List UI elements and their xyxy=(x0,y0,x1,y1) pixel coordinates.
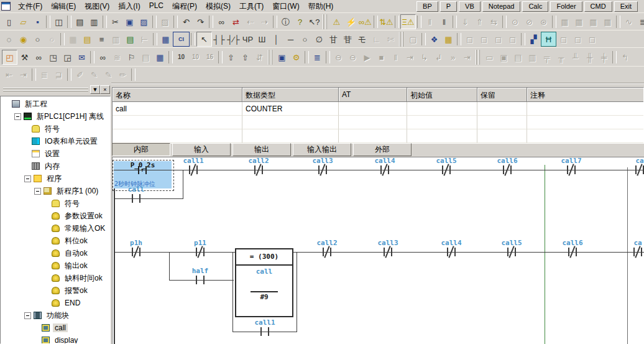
menu-edit[interactable]: 编辑(E) xyxy=(47,0,80,13)
table-cell[interactable] xyxy=(339,116,407,129)
compare-with-plc-icon[interactable]: ⇆ xyxy=(487,15,501,29)
instruction-tool-icon[interactable]: 甘 xyxy=(326,32,341,46)
table-cell[interactable] xyxy=(113,116,242,129)
watch-glass-window-icon[interactable]: ∞ xyxy=(32,50,46,64)
menu-tools[interactable]: 工具(T) xyxy=(235,0,268,13)
menu-simulation[interactable]: 模拟(S) xyxy=(201,0,235,13)
contact-or-no-tool-icon[interactable]: ЧP xyxy=(241,32,255,46)
align-list-icon[interactable]: ≣ xyxy=(37,68,52,81)
tab-external[interactable]: 外部 xyxy=(353,143,412,156)
delete-column-icon[interactable]: ◻ xyxy=(505,32,520,46)
menu-window[interactable]: 窗口(W) xyxy=(268,0,303,13)
save-icon[interactable]: ▪ xyxy=(30,15,45,29)
return-icon[interactable]: ↰ xyxy=(618,50,632,64)
table-cell[interactable]: call xyxy=(113,102,242,116)
table-cell[interactable] xyxy=(339,129,407,143)
paste-icon[interactable]: ▨ xyxy=(137,15,151,29)
edit-style3-icon[interactable]: ✎ xyxy=(101,68,116,81)
launch-exit-button[interactable]: Exit xyxy=(614,1,638,12)
menu-help[interactable]: 帮助(H) xyxy=(304,0,338,13)
horizontal-line-tool-icon[interactable]: ─ xyxy=(283,32,298,46)
replace-icon[interactable]: ⇄ xyxy=(229,15,243,29)
memory-view-icon[interactable]: ▦ xyxy=(600,15,615,29)
table-cell[interactable] xyxy=(113,129,242,143)
address-reference-icon[interactable]: ▞ xyxy=(527,32,541,46)
cut-icon[interactable]: ✂ xyxy=(108,15,122,29)
fb-invoke-tool-icon[interactable]: モ xyxy=(355,32,369,46)
table-cell[interactable] xyxy=(477,116,527,129)
rung-list-icon[interactable]: ≡ xyxy=(94,32,109,46)
table-cell[interactable] xyxy=(477,129,527,143)
table-cell[interactable] xyxy=(407,102,477,116)
table-cell[interactable] xyxy=(339,102,407,116)
step-out-icon[interactable]: ↲ xyxy=(431,50,446,64)
redo-icon[interactable]: ↷ xyxy=(193,15,208,29)
trend-graph-icon[interactable]: ∿ xyxy=(622,15,636,29)
tree-item-section-alarm-ok[interactable]: 报警ok xyxy=(1,284,110,297)
grid-toggle-icon[interactable]: ▦ xyxy=(66,32,80,46)
table-cell[interactable] xyxy=(242,116,339,129)
upload-from-plc-icon[interactable]: ⇑ xyxy=(472,15,487,29)
instruction-fb-tool-icon[interactable]: 苷 xyxy=(341,32,355,46)
panel-dropdown-button[interactable]: ▼ xyxy=(90,85,100,94)
tree-item-program-symbols[interactable]: 符号 xyxy=(1,197,110,210)
launch-p-button[interactable]: P xyxy=(440,1,457,12)
force-off-icon[interactable]: ⊘ xyxy=(522,15,536,29)
io-monitor-icon[interactable]: ▦ xyxy=(558,15,572,29)
table-cell[interactable] xyxy=(407,116,477,129)
differential-monitor-icon[interactable]: ≣ xyxy=(310,50,324,64)
zoom-fit-icon[interactable]: ◌ xyxy=(2,32,16,46)
launch-folder-button[interactable]: Folder xyxy=(550,1,582,12)
menu-insert[interactable]: 插入(I) xyxy=(114,0,144,13)
table-cell[interactable] xyxy=(527,102,644,116)
paste-special-icon[interactable]: ▨ xyxy=(158,15,172,29)
pause-simulation2-icon[interactable]: ‖ xyxy=(389,50,403,64)
resume-simulation-icon[interactable]: ⊖ xyxy=(346,50,360,64)
force-on-icon[interactable]: ⊙ xyxy=(508,15,522,29)
zoom-custom-icon[interactable]: ○ xyxy=(45,32,59,46)
table-cell[interactable] xyxy=(527,129,644,143)
tree-item-section-auto-ok[interactable]: 自动ok xyxy=(1,247,110,259)
transfer-check-icon[interactable]: ⇅⚠ xyxy=(379,15,393,29)
find-icon[interactable]: ∞ xyxy=(214,15,229,29)
set-bit-icon[interactable]: ╨ xyxy=(568,50,582,64)
zoom-out-icon[interactable]: ○ xyxy=(30,32,45,46)
tree-view-icon[interactable]: ⊢ xyxy=(137,32,152,46)
tree-item-section-input-ok[interactable]: 常规输入OK xyxy=(1,222,110,235)
delete-rung-icon[interactable]: ◻ xyxy=(491,32,505,46)
tree-item-section-end[interactable]: END xyxy=(1,297,110,309)
tree-item-fb-call[interactable]: call xyxy=(1,322,110,334)
program-transfer-icon[interactable]: ▢ xyxy=(406,32,420,46)
continuous-step-icon[interactable]: » xyxy=(446,50,460,64)
step-run-icon[interactable]: ⇥ xyxy=(403,50,417,64)
launch-cmd-button[interactable]: CMD xyxy=(584,1,612,12)
insert-rung-above-icon[interactable]: ◻ xyxy=(462,32,477,46)
tree-item-plc1-offline[interactable]: 新PLC1[CP1H] 离线 xyxy=(1,110,110,123)
contact-nc-tool-icon[interactable]: ┤∕├ xyxy=(226,32,241,46)
table-cell[interactable] xyxy=(527,116,644,129)
align-top-icon[interactable]: ⊒ xyxy=(52,68,66,81)
cross-reference-icon[interactable]: Ħ xyxy=(541,32,556,47)
tree-item-symbols[interactable]: 符号 xyxy=(1,123,110,135)
insert-rung-below-icon[interactable]: ◻ xyxy=(477,32,491,46)
menu-program[interactable]: 编程(P) xyxy=(168,0,201,13)
tree-item-section-output-ok[interactable]: 输出ok xyxy=(1,259,110,272)
find-previous-icon[interactable]: ⇠ xyxy=(243,15,257,29)
watch-tab1-icon[interactable]: ◻ xyxy=(556,32,571,46)
stop-simulation-icon[interactable]: ■ xyxy=(374,50,389,64)
time-chart-icon[interactable]: ≣ xyxy=(636,15,644,29)
keep-bit-icon[interactable]: ╪ xyxy=(597,50,611,64)
tree-expander[interactable] xyxy=(24,312,31,319)
panel-drag-handle[interactable] xyxy=(3,88,88,92)
help-icon[interactable]: ? xyxy=(293,15,307,29)
compile-all-icon[interactable]: ∞⚠ xyxy=(358,15,372,29)
print-icon[interactable]: ▤ xyxy=(73,15,87,29)
edit-style4-icon[interactable]: ✏ xyxy=(116,68,130,81)
find-in-window-icon[interactable]: ∞ xyxy=(96,50,110,64)
run-simulation-icon[interactable]: ▶ xyxy=(360,50,374,64)
watch-tab2-icon[interactable]: ◻ xyxy=(571,32,585,46)
menu-view[interactable]: 视图(V) xyxy=(80,0,114,13)
tree-item-fb-display[interactable]: display xyxy=(1,334,110,344)
compare-instruction-block[interactable]: = (300) call #9 xyxy=(235,248,293,317)
swap-window-icon[interactable]: ◳ xyxy=(46,50,60,64)
